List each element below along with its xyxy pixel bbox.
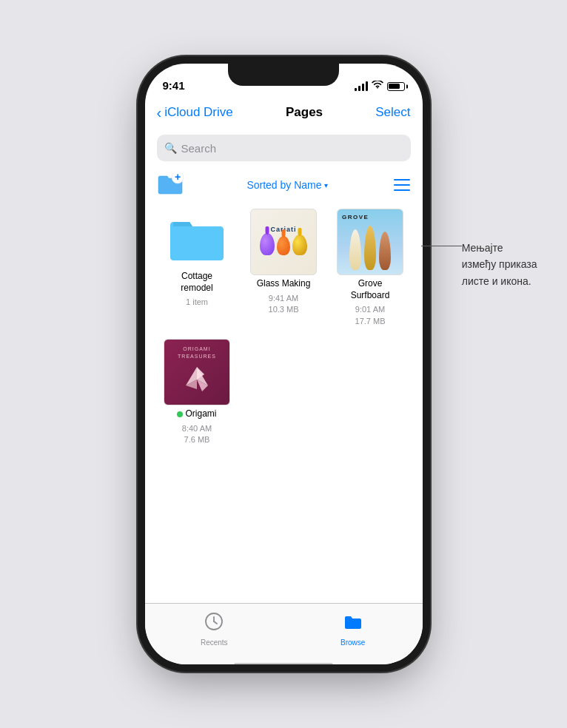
folder-thumb (164, 209, 230, 268)
doc-thumb-origami: ORIGAMITREASURES (164, 339, 230, 405)
wifi-icon (372, 81, 383, 92)
battery-icon (387, 82, 405, 91)
file-name: Cottageremodel (181, 271, 212, 294)
cariati-bottles (260, 233, 307, 255)
list-view-icon (394, 178, 410, 192)
svg-rect-3 (394, 184, 410, 186)
doc-thumb-cariati: Cariati (250, 209, 317, 275)
view-toggle-button[interactable] (394, 178, 410, 192)
file-name: GroveSurfboard (351, 278, 390, 301)
folder-icon (167, 215, 227, 263)
list-item[interactable]: GROVE GroveSurfboard 9:01 AM17.7 MB (330, 209, 411, 327)
list-item[interactable]: Cottageremodel 1 item (157, 209, 238, 327)
file-meta: 9:01 AM17.7 MB (355, 304, 386, 327)
files-grid: Cottageremodel 1 item Cariati (145, 203, 423, 603)
tab-browse-label: Browse (340, 638, 365, 647)
sort-chevron-icon: ▾ (324, 181, 328, 189)
new-folder-icon: + (157, 173, 184, 195)
back-chevron-icon: ‹ (157, 104, 162, 121)
select-button[interactable]: Select (375, 105, 410, 120)
notch (228, 64, 339, 86)
file-meta: 1 item (186, 297, 208, 308)
svg-line-11 (214, 621, 217, 624)
callout-line (421, 240, 462, 246)
tab-bar: Recents Browse (145, 603, 423, 664)
tab-browse[interactable]: Browse (284, 611, 423, 647)
search-bar[interactable]: 🔍 Search (157, 135, 411, 161)
toolbar: + Sorted by Name ▾ (145, 167, 423, 203)
status-icons (355, 81, 405, 92)
list-item[interactable]: ORIGAMITREASURES Origami 8:40 AM7.6 MB (157, 339, 238, 445)
back-button[interactable]: ‹ iCloud Drive (157, 104, 233, 121)
search-input[interactable]: Search (181, 142, 217, 155)
file-meta: 8:40 AM7.6 MB (182, 423, 212, 446)
back-label: iCloud Drive (164, 105, 233, 120)
active-indicator (177, 411, 183, 417)
signal-bars-icon (355, 81, 368, 91)
callout-area: Мењајтеизмеђу приказалисте и икона. (421, 240, 537, 289)
grove-title: GROVE (342, 214, 369, 220)
sort-button[interactable]: Sorted by Name ▾ (246, 179, 327, 191)
origami-bird-icon (178, 363, 215, 396)
file-meta: 9:41 AM10.3 MB (269, 293, 299, 316)
surfboards (349, 226, 391, 270)
page-title: Pages (286, 105, 323, 120)
recents-icon (204, 611, 224, 636)
origami-top-text: ORIGAMITREASURES (178, 346, 216, 360)
doc-thumb-grove: GROVE (337, 209, 403, 275)
sort-label: Sorted by Name (246, 179, 321, 191)
callout-text: Мењајтеизмеђу приказалисте и икона. (462, 240, 537, 289)
search-container: 🔍 Search (145, 129, 423, 167)
list-item[interactable]: Cariati Glass Making 9:41 AM10 (244, 209, 324, 327)
nav-bar: ‹ iCloud Drive Pages Select (145, 96, 423, 129)
search-icon: 🔍 (164, 142, 177, 154)
browse-icon (343, 611, 363, 636)
tab-recents[interactable]: Recents (145, 611, 284, 647)
file-name: Origami (177, 408, 216, 420)
svg-text:+: + (174, 173, 180, 183)
file-name: Glass Making (257, 278, 311, 290)
new-folder-button[interactable]: + (157, 173, 181, 197)
tab-recents-label: Recents (201, 638, 228, 647)
status-time: 9:41 (163, 79, 185, 92)
svg-rect-4 (394, 189, 410, 191)
svg-rect-2 (394, 179, 410, 181)
